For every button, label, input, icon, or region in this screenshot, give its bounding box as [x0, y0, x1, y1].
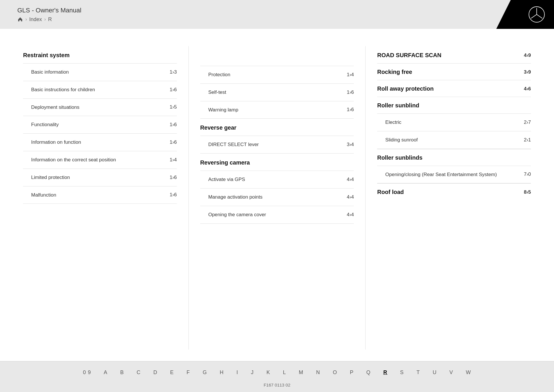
manual-title: GLS - Owner's Manual: [17, 7, 81, 14]
section-restraint-system: Restraint system Basic information 1›3 B…: [23, 46, 177, 204]
entry-page: 1›4: [339, 72, 354, 78]
section-title-reverse-gear: Reverse gear: [200, 119, 354, 136]
nav-l[interactable]: L: [277, 367, 293, 378]
breadcrumb-sep-2: ›: [44, 17, 46, 22]
footer-nav: 0 9 A B C D E F G H I J K L M N O P Q R …: [0, 361, 554, 381]
nav-o[interactable]: O: [327, 367, 344, 378]
entry-page: 1›6: [162, 192, 177, 198]
road-surface-page: 4›9: [516, 53, 531, 58]
nav-m[interactable]: M: [293, 367, 310, 378]
entry-functionality[interactable]: Functionality 1›6: [23, 116, 177, 133]
entry-malfunction[interactable]: Malfunction 1›6: [23, 186, 177, 204]
header-logo-area: [496, 0, 554, 29]
entry-page: 1›6: [162, 122, 177, 128]
nav-r[interactable]: R: [377, 367, 394, 378]
breadcrumb-current: R: [48, 16, 52, 23]
section-rocking-free: Rocking free 3›9: [377, 63, 531, 80]
entry-protection[interactable]: Protection 1›4: [200, 66, 354, 83]
entry-sliding-sunroof[interactable]: Sliding sunroof 2›1: [377, 131, 531, 149]
nav-c[interactable]: C: [130, 367, 147, 378]
road-surface-label: ROAD SURFACE SCAN: [377, 52, 441, 59]
entry-page: 1›3: [162, 69, 177, 75]
entry-info-seat[interactable]: Information on the correct seat position…: [23, 151, 177, 169]
entry-deployment[interactable]: Deployment situations 1›5: [23, 98, 177, 116]
entry-page: 4›4: [339, 212, 354, 218]
rocking-free-label: Rocking free: [377, 69, 412, 75]
entry-direct-select[interactable]: DIRECT SELECT lever 3›4: [200, 136, 354, 154]
entry-opening-closing[interactable]: Opening/closing (Rear Seat Entertainment…: [377, 166, 531, 184]
nav-k[interactable]: K: [260, 367, 277, 378]
section-title-restraint: Restraint system: [23, 46, 177, 63]
column-3: ROAD SURFACE SCAN 4›9 Rocking free 3›9 R…: [377, 46, 531, 350]
breadcrumb-index[interactable]: Index: [29, 16, 42, 23]
entry-basic-instructions[interactable]: Basic instructions for children 1›6: [23, 81, 177, 98]
nav-h[interactable]: H: [213, 367, 230, 378]
section-title-reversing-camera: Reversing camera: [200, 154, 354, 171]
nav-b[interactable]: B: [114, 367, 130, 378]
nav-w[interactable]: W: [460, 367, 478, 378]
entry-label: Protection: [208, 71, 340, 78]
nav-a[interactable]: A: [97, 367, 114, 378]
header-left: GLS - Owner's Manual › Index › R: [17, 7, 81, 23]
entry-page: 1›6: [339, 107, 354, 113]
section-roller-sunblinds: Roller sunblinds Opening/closing (Rear S…: [377, 149, 531, 184]
entry-label: Functionality: [31, 121, 162, 128]
entry-page: 4›4: [339, 194, 354, 200]
entry-label: Opening the camera cover: [208, 211, 340, 218]
main-content: Restraint system Basic information 1›3 B…: [0, 29, 554, 361]
entry-label: Information on the correct seat position: [31, 156, 162, 163]
entry-label: Basic instructions for children: [31, 86, 162, 93]
section-road-surface: ROAD SURFACE SCAN 4›9: [377, 46, 531, 63]
nav-g[interactable]: G: [196, 367, 213, 378]
nav-n[interactable]: N: [310, 367, 327, 378]
header-right: [496, 0, 554, 29]
entry-manage-activation[interactable]: Manage activation points 4›4: [200, 188, 354, 206]
section-roll-away: Roll away protection 4›6: [377, 80, 531, 97]
section-title-rocking-free[interactable]: Rocking free 3›9: [377, 63, 531, 80]
nav-e[interactable]: E: [164, 367, 180, 378]
nav-d[interactable]: D: [147, 367, 164, 378]
entry-activate-gps[interactable]: Activate via GPS 4›4: [200, 171, 354, 188]
nav-s[interactable]: S: [394, 367, 410, 378]
section-reverse-gear: Reverse gear DIRECT SELECT lever 3›4: [200, 119, 354, 154]
section-restraint-continued: Protection 1›4 Self-test 1›6 Warning lam…: [200, 46, 354, 119]
nav-v[interactable]: V: [443, 367, 460, 378]
nav-09[interactable]: 0 9: [76, 367, 97, 378]
entry-info-function[interactable]: Information on function 1›6: [23, 133, 177, 151]
nav-t[interactable]: T: [410, 367, 426, 378]
entry-label: Malfunction: [31, 192, 162, 199]
entry-label: Electric: [385, 119, 516, 126]
nav-f[interactable]: F: [180, 367, 196, 378]
entry-label: DIRECT SELECT lever: [208, 141, 340, 148]
section-reversing-camera: Reversing camera Activate via GPS 4›4 Ma…: [200, 154, 354, 223]
column-1: Restraint system Basic information 1›3 B…: [23, 46, 189, 350]
entry-warning-lamp[interactable]: Warning lamp 1›6: [200, 101, 354, 119]
header: GLS - Owner's Manual › Index › R: [0, 0, 554, 29]
entry-page: 1›6: [162, 175, 177, 180]
entry-page: 2›1: [516, 137, 531, 143]
footer: 0 9 A B C D E F G H I J K L M N O P Q R …: [0, 361, 554, 392]
nav-p[interactable]: P: [344, 367, 360, 378]
entry-camera-cover[interactable]: Opening the camera cover 4›4: [200, 206, 354, 224]
section-title-road-surface[interactable]: ROAD SURFACE SCAN 4›9: [377, 46, 531, 63]
nav-q[interactable]: Q: [360, 367, 377, 378]
breadcrumb-sep-1: ›: [25, 17, 27, 22]
entry-limited-protection[interactable]: Limited protection 1›6: [23, 169, 177, 186]
entry-self-test[interactable]: Self-test 1›6: [200, 83, 354, 101]
entry-basic-information[interactable]: Basic information 1›3: [23, 63, 177, 81]
nav-u[interactable]: U: [426, 367, 443, 378]
nav-j[interactable]: J: [245, 367, 260, 378]
entry-label: Opening/closing (Rear Seat Entertainment…: [385, 171, 516, 178]
section-title-roof-load[interactable]: Roof load 8›5: [377, 183, 531, 200]
entry-label: Limited protection: [31, 174, 162, 181]
entry-label: Warning lamp: [208, 107, 340, 113]
entry-page: 1›6: [162, 87, 177, 93]
section-title-roll-away[interactable]: Roll away protection 4›6: [377, 80, 531, 97]
home-icon[interactable]: [17, 16, 23, 22]
entry-label: Information on function: [31, 139, 162, 146]
roll-away-label: Roll away protection: [377, 85, 434, 92]
footer-code: F167 0113 02: [264, 381, 291, 392]
nav-i[interactable]: I: [230, 367, 244, 378]
entry-page: 4›4: [339, 177, 354, 182]
entry-electric[interactable]: Electric 2›7: [377, 113, 531, 131]
